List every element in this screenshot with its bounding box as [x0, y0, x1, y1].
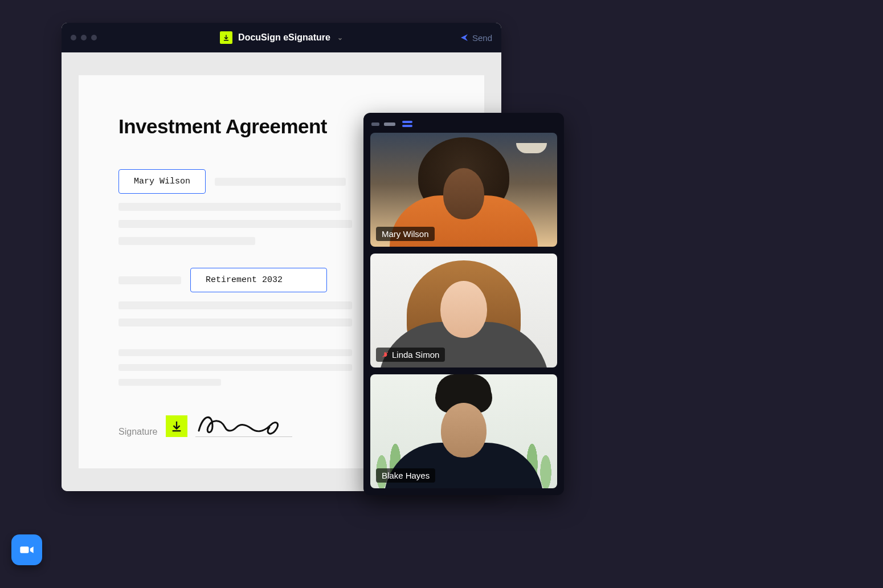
- placeholder-line: [118, 379, 221, 386]
- send-button[interactable]: Send: [460, 33, 492, 43]
- placeholder-line: [118, 203, 341, 211]
- docusign-title-text: DocuSign eSignature: [238, 32, 330, 43]
- vc-control-icon[interactable]: [384, 122, 395, 126]
- signature-line[interactable]: [195, 414, 292, 437]
- participant-name: Blake Hayes: [382, 471, 430, 480]
- placeholder-line: [118, 220, 352, 228]
- name-field[interactable]: Mary Wilson: [118, 169, 206, 194]
- signature-scribble-icon: [195, 410, 287, 438]
- signature-label: Signature: [118, 427, 158, 437]
- send-button-label: Send: [472, 33, 492, 43]
- traffic-light-min[interactable]: [81, 35, 87, 40]
- participant-name: Mary Wilson: [382, 229, 429, 239]
- participant-name-badge: Linda Simon: [376, 348, 445, 362]
- video-call-window[interactable]: Mary Wilson Linda Simon Blake Hayes: [363, 113, 564, 495]
- docusign-titlebar: DocuSign eSignature ⌄ Send: [62, 23, 501, 52]
- plan-field-value: Retirement 2032: [206, 275, 283, 285]
- placeholder-line: [118, 276, 181, 284]
- video-call-topbar: [370, 120, 557, 133]
- participant-name: Linda Simon: [392, 350, 439, 360]
- name-field-value: Mary Wilson: [134, 177, 190, 186]
- placeholder-line: [118, 349, 352, 356]
- docusign-logo-icon: [220, 31, 232, 44]
- placeholder-line: [118, 364, 352, 371]
- plan-field[interactable]: Retirement 2032: [190, 268, 327, 292]
- window-traffic-lights[interactable]: [71, 35, 97, 40]
- chevron-down-icon: ⌄: [337, 34, 343, 42]
- mic-muted-icon: [382, 352, 389, 358]
- zoom-app-icon[interactable]: [11, 534, 42, 565]
- participant-name-badge: Mary Wilson: [376, 227, 435, 241]
- participant-tile[interactable]: Linda Simon: [370, 254, 557, 368]
- participant-tile[interactable]: Mary Wilson: [370, 133, 557, 247]
- svg-rect-0: [20, 546, 28, 553]
- send-icon: [460, 33, 469, 42]
- placeholder-line: [215, 178, 346, 186]
- gallery-view-icon[interactable]: [402, 121, 412, 127]
- traffic-light-close[interactable]: [71, 35, 76, 40]
- vc-control-icon[interactable]: [371, 122, 379, 126]
- sign-here-stamp-icon[interactable]: [166, 415, 187, 437]
- placeholder-line: [118, 237, 255, 245]
- video-camera-icon: [19, 542, 35, 558]
- placeholder-line: [118, 318, 352, 326]
- docusign-title: DocuSign eSignature ⌄: [62, 31, 501, 44]
- participant-name-badge: Blake Hayes: [376, 468, 435, 483]
- traffic-light-max[interactable]: [91, 35, 97, 40]
- placeholder-line: [118, 301, 352, 309]
- participant-tile[interactable]: Blake Hayes: [370, 374, 557, 488]
